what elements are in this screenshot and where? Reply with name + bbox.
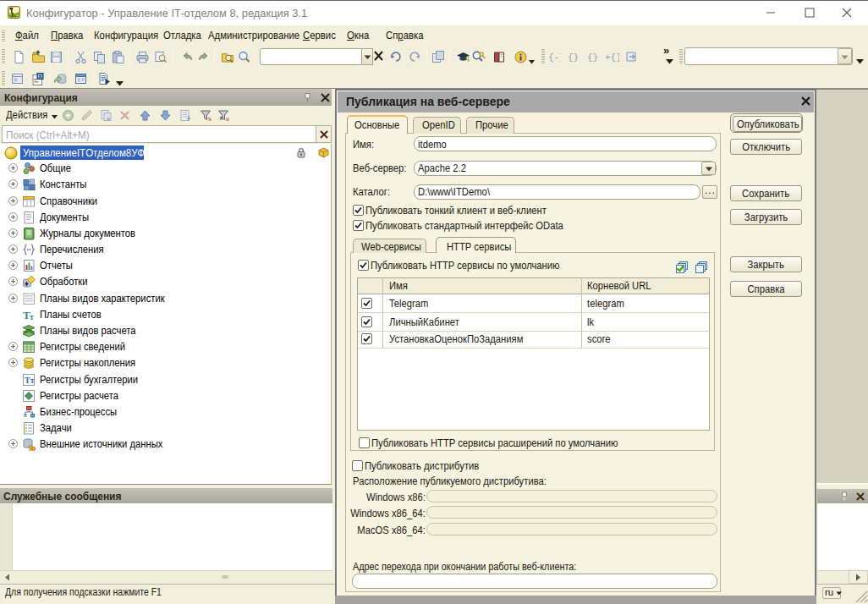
svg-text:Tт: Tт <box>25 376 35 385</box>
svg-text:т: т <box>30 312 34 321</box>
svg-text:+{}: +{} <box>605 52 619 63</box>
svg-text:{}: {} <box>587 52 598 63</box>
svg-text:{}: {} <box>568 52 579 63</box>
svg-text:{-}: {-} <box>548 52 561 63</box>
